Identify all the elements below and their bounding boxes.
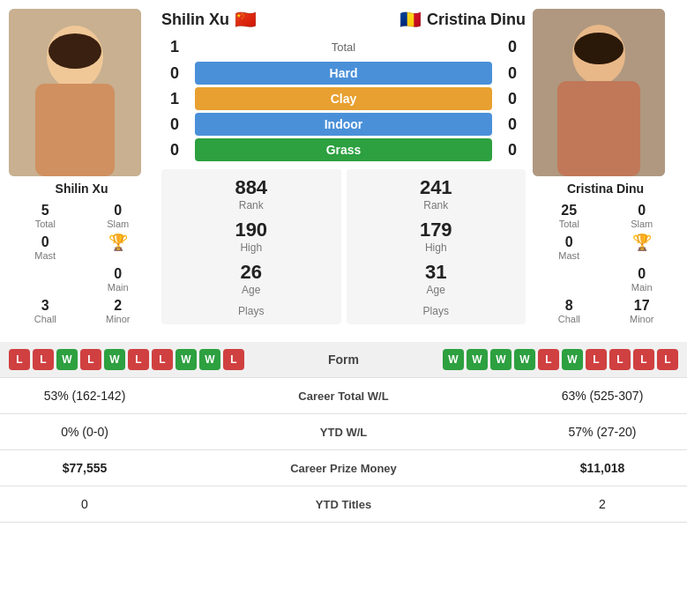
names-row: Shilin Xu 🇨🇳 🇷🇴 Cristina Dinu (161, 9, 526, 30)
form-badge: W (467, 349, 488, 370)
players-comparison: Shilin Xu 5 Total 0 Slam 0 Mast 🏆 (0, 0, 687, 333)
form-badge: L (152, 349, 173, 370)
surface-rows: 0 Hard 0 1 Clay 0 0 Indoor 0 0 Grass 0 (161, 59, 526, 164)
surface-row-indoor: 0 Indoor 0 (161, 113, 526, 136)
left-stats-box: 884 Rank 190 High 26 Age Plays (161, 169, 341, 324)
svg-rect-2 (35, 84, 115, 176)
right-player-photo (533, 9, 665, 176)
left-minor-stat: 2 Minor (82, 298, 155, 324)
right-header-name: 🇷🇴 Cristina Dinu (400, 9, 526, 30)
left-total-stat: 5 Total (9, 203, 82, 229)
right-trophy-placeholder: 0 (533, 266, 606, 293)
left-player-name: Shilin Xu (9, 182, 154, 196)
right-form-badges: WWWWLWLLLL (443, 349, 678, 370)
left-trophy-icon: 🏆 (108, 234, 128, 250)
surface-row-hard: 0 Hard 0 (161, 62, 526, 85)
stat-row: $77,555 Career Prize Money $11,018 (0, 450, 687, 486)
right-slam-stat: 0 Slam (606, 203, 679, 229)
total-label: Total (195, 41, 492, 54)
form-badge: W (443, 349, 464, 370)
left-form-badges: LLWLWLLWWL (9, 349, 244, 370)
right-trophy-icon: 🏆 (632, 234, 652, 250)
form-badge: L (80, 349, 101, 370)
left-mast-stat: 0 Mast (9, 234, 82, 261)
left-flag: 🇨🇳 (235, 9, 257, 30)
right-player-card: Cristina Dinu 25 Total 0 Slam 0 Mast 🏆 (533, 9, 678, 324)
right-trophy-icon-area: 🏆 (606, 234, 679, 261)
right-main-stat: 0 Main (606, 266, 679, 293)
left-player-card: Shilin Xu 5 Total 0 Slam 0 Mast 🏆 (9, 9, 154, 324)
form-badge: L (633, 349, 654, 370)
stat-row: 53% (162-142) Career Total W/L 63% (525-… (0, 378, 687, 414)
form-badge: L (586, 349, 607, 370)
form-label: Form (328, 353, 359, 367)
form-badge: L (223, 349, 244, 370)
svg-rect-6 (557, 81, 640, 176)
center-panel: Shilin Xu 🇨🇳 🇷🇴 Cristina Dinu 1 Total 0 … (161, 9, 526, 324)
right-stats-grid: 25 Total 0 Slam 0 Mast 🏆 0 0 (533, 203, 678, 324)
right-total-stat: 25 Total (533, 203, 606, 229)
form-badge: W (175, 349, 197, 370)
form-badge: W (199, 349, 220, 370)
form-badge: W (104, 349, 125, 370)
form-badge: L (9, 349, 30, 370)
right-minor-stat: 17 Minor (606, 298, 679, 324)
left-trophy-placeholder: 0 (9, 266, 82, 293)
form-badge: L (609, 349, 631, 370)
form-badge: L (538, 349, 559, 370)
right-stats-box: 241 Rank 179 High 31 Age Plays (347, 169, 526, 324)
right-flag: 🇷🇴 (400, 9, 422, 30)
left-chall-stat: 3 Chall (9, 298, 82, 324)
svg-point-7 (574, 33, 624, 64)
surface-row-clay: 1 Clay 0 (161, 87, 526, 110)
total-row: 1 Total 0 (161, 38, 526, 56)
form-badge: L (657, 349, 678, 370)
main-container: Shilin Xu 5 Total 0 Slam 0 Mast 🏆 (0, 0, 687, 616)
form-badge: W (56, 349, 78, 370)
surface-row-grass: 0 Grass 0 (161, 138, 526, 161)
right-player-name: Cristina Dinu (533, 182, 678, 196)
stat-row: 0 YTD Titles 2 (0, 486, 687, 523)
form-badge: W (490, 349, 512, 370)
left-slam-stat: 0 Slam (82, 203, 155, 229)
form-badge: W (514, 349, 535, 370)
right-chall-stat: 8 Chall (533, 298, 606, 324)
left-stats-grid: 5 Total 0 Slam 0 Mast 🏆 0 0 (9, 203, 154, 324)
stat-row: 0% (0-0) YTD W/L 57% (27-20) (0, 414, 687, 450)
form-badge: L (33, 349, 54, 370)
right-mast-stat: 0 Mast (533, 234, 606, 261)
left-player-photo (9, 9, 141, 176)
svg-point-3 (49, 33, 101, 69)
form-section: LLWLWLLWWL Form WWWWLWLLLL (0, 342, 687, 377)
left-trophy-icon-area: 🏆 (82, 234, 155, 261)
stats-rows: 53% (162-142) Career Total W/L 63% (525-… (0, 377, 687, 523)
form-badge: L (128, 349, 149, 370)
left-header-name: Shilin Xu 🇨🇳 (161, 9, 257, 30)
form-badge: W (562, 349, 583, 370)
left-main-stat: 0 Main (82, 266, 155, 293)
rank-high-age-row: 884 Rank 190 High 26 Age Plays 241 Rank … (161, 169, 526, 324)
